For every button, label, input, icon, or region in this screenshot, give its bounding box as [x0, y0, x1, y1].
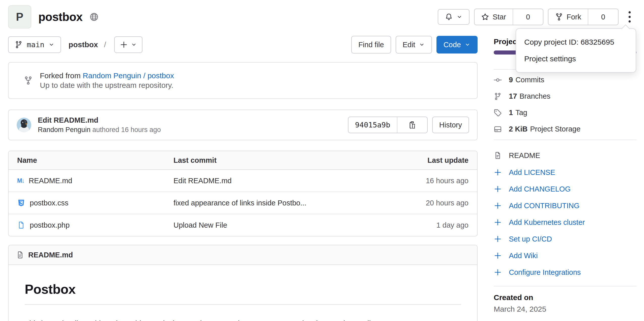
- php-file-icon: [17, 221, 25, 229]
- column-last-commit: Last commit: [173, 156, 385, 165]
- plus-icon: [120, 41, 128, 49]
- star-icon: [481, 13, 489, 21]
- commit-icon: [494, 76, 502, 84]
- file-table-header: Name Last commit Last update: [9, 151, 477, 170]
- table-row: postbox.css fixed appearance of links in…: [9, 192, 477, 214]
- plus-icon: [494, 218, 502, 226]
- page-title: postbox: [38, 10, 82, 24]
- bell-icon: [445, 13, 453, 21]
- plus-icon: [494, 185, 502, 193]
- sidebar-add-links: Add LICENSE Add CHANGELOG Add CONTRIBUTI…: [494, 164, 636, 281]
- sidebar-stat-tags[interactable]: 1 Tag: [494, 104, 636, 121]
- find-file-button[interactable]: Find file: [351, 36, 391, 54]
- breadcrumb: postbox /: [69, 40, 107, 49]
- plus-icon: [494, 202, 502, 210]
- commit-message-link[interactable]: fixed appearance of links inside Postbo.…: [173, 199, 385, 207]
- storage-icon: [494, 125, 502, 133]
- configure-integrations-link[interactable]: Configure Integrations: [494, 264, 636, 281]
- commit-message-link[interactable]: Upload New File: [173, 221, 385, 229]
- plus-icon: [494, 235, 502, 243]
- add-license-link[interactable]: Add LICENSE: [494, 164, 636, 181]
- code-dropdown-button[interactable]: Code: [436, 36, 478, 54]
- file-tree-table: Name Last commit Last update M↓ README.m…: [8, 151, 478, 236]
- readme-card: README.md Postbox This is a Friendica ad…: [8, 245, 478, 321]
- created-on-label: Created on: [494, 293, 636, 302]
- repo-toolbar: main postbox / Find file Edit: [8, 36, 478, 54]
- commit-sha-group: 94015a9b: [348, 117, 428, 133]
- breadcrumb-project-link[interactable]: postbox: [69, 40, 98, 49]
- file-link-postbox-css[interactable]: postbox.css: [17, 199, 173, 207]
- column-name: Name: [17, 156, 173, 165]
- chevron-down-icon: [419, 42, 425, 48]
- column-last-update: Last update: [385, 156, 469, 165]
- add-kubernetes-cluster-link[interactable]: Add Kubernetes cluster: [494, 214, 636, 231]
- chevron-down-icon: [131, 42, 137, 48]
- project-settings-item[interactable]: Project settings: [516, 50, 636, 67]
- markdown-file-icon: M↓: [17, 177, 24, 184]
- document-icon: [494, 151, 502, 159]
- sidebar-stat-branches[interactable]: 17 Branches: [494, 88, 636, 104]
- author-avatar[interactable]: [17, 118, 31, 132]
- notifications-button[interactable]: [438, 9, 470, 25]
- table-row: postbox.php Upload New File 1 day ago: [9, 214, 477, 236]
- last-commit-bar: Edit README.md Random Penguin authored 1…: [8, 110, 478, 140]
- upstream-project-link[interactable]: Random Penguin / postbox: [83, 71, 174, 80]
- last-update-cell: 1 day ago: [385, 221, 469, 229]
- last-update-cell: 20 hours ago: [385, 199, 469, 207]
- created-on-date: March 24, 2025: [494, 305, 636, 313]
- fork-status-text: Up to date with the upstream repository.: [40, 81, 174, 90]
- breadcrumb-separator: /: [104, 40, 106, 49]
- forked-from-text: Forked from: [40, 71, 83, 80]
- commit-message-link[interactable]: Edit README.md: [173, 177, 385, 185]
- readme-filename-link[interactable]: README.md: [28, 251, 73, 259]
- branch-selector[interactable]: main: [8, 36, 61, 53]
- commit-author-link[interactable]: Random Penguin: [38, 126, 91, 133]
- last-update-cell: 16 hours ago: [385, 177, 469, 185]
- sidebar-readme-link[interactable]: README: [494, 147, 636, 164]
- plus-icon: [494, 252, 502, 260]
- add-contributing-link[interactable]: Add CONTRIBUTING: [494, 197, 636, 214]
- edit-dropdown-button[interactable]: Edit: [396, 36, 432, 54]
- commit-sha[interactable]: 94015a9b: [348, 117, 397, 133]
- fork-icon: [24, 76, 33, 85]
- file-link-postbox-php[interactable]: postbox.php: [17, 221, 173, 229]
- commit-title-link[interactable]: Edit README.md: [38, 116, 161, 124]
- file-link-readme[interactable]: M↓ README.md: [17, 177, 173, 185]
- commit-byline: Random Penguin authored 16 hours ago: [38, 126, 161, 134]
- history-button[interactable]: History: [432, 117, 469, 133]
- more-actions-dropdown: Copy project ID: 68325695 Project settin…: [516, 28, 636, 73]
- plus-icon: [494, 168, 502, 176]
- chevron-down-icon: [464, 42, 471, 48]
- branch-icon: [15, 41, 23, 49]
- add-to-repo-button[interactable]: [114, 36, 142, 53]
- readme-rendered-body: Postbox This is a Friendica add-on that …: [9, 265, 477, 321]
- gitlab-project-page: P postbox: [0, 0, 644, 321]
- tag-icon: [494, 109, 502, 117]
- copy-project-id-item[interactable]: Copy project ID: 68325695: [516, 34, 636, 50]
- plus-icon: [494, 268, 502, 276]
- set-up-cicd-link[interactable]: Set up CI/CD: [494, 231, 636, 247]
- table-row: M↓ README.md Edit README.md 16 hours ago: [9, 170, 477, 192]
- globe-icon: [90, 12, 99, 21]
- fork-notice: Forked from Random Penguin / postbox Up …: [8, 62, 478, 99]
- add-wiki-link[interactable]: Add Wiki: [494, 247, 636, 264]
- copy-sha-button[interactable]: [397, 117, 427, 133]
- sidebar-divider: [494, 286, 636, 286]
- css-file-icon: [17, 199, 25, 207]
- sidebar-stat-storage[interactable]: 2 KiB Project Storage: [494, 121, 636, 137]
- project-avatar: P: [8, 5, 31, 29]
- sidebar-stat-commits[interactable]: 9 Commits: [494, 72, 636, 88]
- readme-file-header: README.md: [9, 245, 477, 265]
- add-changelog-link[interactable]: Add CHANGELOG: [494, 181, 636, 197]
- document-icon: [16, 251, 24, 259]
- clipboard-icon: [408, 121, 416, 129]
- chevron-down-icon: [48, 42, 54, 48]
- sidebar-divider: [494, 140, 636, 140]
- readme-paragraph: This is a Friendica add-on that adds a s…: [25, 318, 461, 321]
- branch-icon: [494, 92, 502, 100]
- readme-divider: [25, 304, 461, 305]
- readme-heading: Postbox: [25, 282, 461, 297]
- chevron-down-icon: [456, 14, 462, 20]
- repo-stats: 9 Commits 17 Branches: [494, 72, 636, 137]
